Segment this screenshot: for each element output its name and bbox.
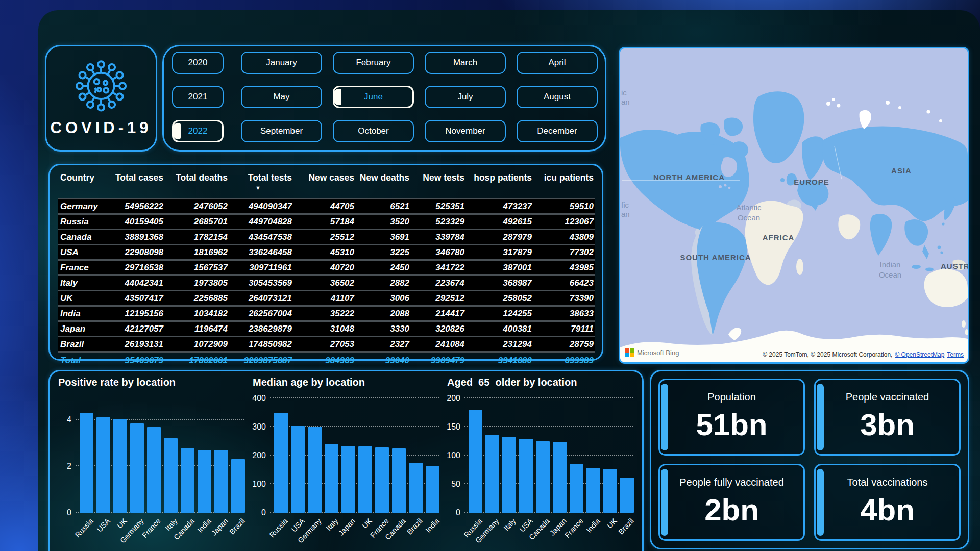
bar-russia[interactable] xyxy=(469,410,482,513)
column-header-new-deaths[interactable]: New deaths xyxy=(357,172,412,183)
bar-india[interactable] xyxy=(586,468,600,513)
bar-uk[interactable] xyxy=(603,469,617,513)
table-row-russia[interactable]: Russia4015940526857014497048285718435205… xyxy=(58,215,595,230)
month-button-september[interactable]: September xyxy=(241,120,322,142)
month-button-june[interactable]: June xyxy=(333,86,414,108)
bar-france[interactable] xyxy=(375,447,389,513)
x-tick-label: Brazil xyxy=(228,517,246,536)
year-button-2021[interactable]: 2021 xyxy=(172,86,224,108)
bar-france[interactable] xyxy=(570,464,583,513)
bar-canada[interactable] xyxy=(181,448,194,513)
bar-italy[interactable] xyxy=(502,437,516,513)
column-header-new-tests[interactable]: New tests xyxy=(412,172,468,183)
kpi-card-people-fully-vaccinated[interactable]: People fully vaccinated2bn xyxy=(658,464,805,541)
bar-italy[interactable] xyxy=(164,438,178,513)
bar-germany[interactable] xyxy=(485,435,499,513)
column-header-total-deaths[interactable]: Total deaths xyxy=(166,172,231,183)
map-indonesia xyxy=(925,268,934,271)
table-row-japan[interactable]: Japan42127057119647423862987931048333032… xyxy=(58,322,595,337)
column-header-total-tests[interactable]: Total tests▼ xyxy=(231,172,295,183)
bar-brazil[interactable] xyxy=(409,463,423,513)
bar-uk[interactable] xyxy=(358,446,372,513)
table-row-brazil[interactable]: Brazil2619313110729091748509822705323272… xyxy=(58,337,595,353)
gridline xyxy=(464,397,633,398)
bar-italy[interactable] xyxy=(325,444,338,513)
table-row-canada[interactable]: Canada3889136817821544345475382551236913… xyxy=(58,230,595,245)
terms-link[interactable]: Terms xyxy=(947,351,964,358)
chart-title: Median age by location xyxy=(249,374,443,393)
chart-x-labels: RussiaUSAGermanyItalyJapanUKFranceCanada… xyxy=(267,513,443,551)
month-button-february[interactable]: February xyxy=(333,52,414,74)
month-button-november[interactable]: November xyxy=(425,120,506,142)
table-total-cell: 3369479 xyxy=(412,353,468,368)
openstreetmap-link[interactable]: © OpenStreetMap xyxy=(895,351,944,358)
table-total-cell: 35469673 xyxy=(109,353,166,368)
month-button-march[interactable]: March xyxy=(425,52,506,74)
column-header-icu-patients[interactable]: icu patients xyxy=(535,172,597,183)
map-arctic-island xyxy=(886,101,890,105)
bar-usa[interactable] xyxy=(519,439,533,513)
map-panel[interactable]: NORTH AMERICA EUROPE ASIA AFRICA SOUTH A… xyxy=(619,47,969,364)
bar-canada[interactable] xyxy=(392,448,406,513)
kpi-card-people-vaccinated[interactable]: People vaccinated3bn xyxy=(814,379,961,456)
table-cell: 3691 xyxy=(357,230,412,244)
bar-japan[interactable] xyxy=(214,450,228,513)
column-header-hosp-patients[interactable]: hosp patients xyxy=(468,172,535,183)
table-cell: 6521 xyxy=(357,199,412,213)
table-row-usa[interactable]: USA2290809818169623362464584531032253467… xyxy=(58,245,595,261)
table-header-row: CountryTotal casesTotal deathsTotal test… xyxy=(58,170,595,198)
table-row-france[interactable]: France2971653815675373097119614072024503… xyxy=(58,261,595,276)
month-button-october[interactable]: October xyxy=(333,120,414,142)
bar-japan[interactable] xyxy=(553,442,567,513)
sort-descending-icon[interactable]: ▼ xyxy=(255,183,261,193)
chart-plot xyxy=(76,404,244,513)
x-tick-label: USA xyxy=(95,517,112,534)
table-cell: Italy xyxy=(58,276,109,290)
kpi-card-total-vaccinations[interactable]: Total vaccinations4bn xyxy=(814,464,961,541)
map-label-africa: AFRICA xyxy=(763,233,795,242)
table-cell: 45310 xyxy=(295,245,357,259)
bar-japan[interactable] xyxy=(341,446,355,513)
table-total-cell: 17862661 xyxy=(166,353,231,368)
x-tick-label: Brazil xyxy=(617,517,635,536)
column-header-total-cases[interactable]: Total cases xyxy=(109,172,166,183)
table-cell: 38633 xyxy=(535,307,597,320)
table-cell: 40720 xyxy=(295,261,357,274)
table-row-uk[interactable]: UK43507417225688526407312141107300629251… xyxy=(58,291,595,307)
table-row-italy[interactable]: Italy44042341197380530545356936502288222… xyxy=(58,276,595,291)
bar-brazil[interactable] xyxy=(620,478,634,513)
map-label-europe: EUROPE xyxy=(794,178,829,186)
table-cell: 336246458 xyxy=(231,245,295,259)
bar-russia[interactable] xyxy=(80,413,93,513)
bar-usa[interactable] xyxy=(96,417,110,513)
bar-uk[interactable] xyxy=(113,419,127,513)
bar-brazil[interactable] xyxy=(231,459,245,513)
table-total-row[interactable]: Total35469673178626613269875687384363330… xyxy=(58,353,595,368)
month-button-may[interactable]: May xyxy=(241,86,322,108)
bar-germany[interactable] xyxy=(308,427,322,513)
month-button-april[interactable]: April xyxy=(517,52,598,74)
table-row-india[interactable]: India12195156103418226256700435222208821… xyxy=(58,307,595,322)
month-button-july[interactable]: July xyxy=(425,86,506,108)
bar-usa[interactable] xyxy=(291,426,305,513)
bar-germany[interactable] xyxy=(130,423,144,513)
bar-india[interactable] xyxy=(426,466,439,513)
bar-france[interactable] xyxy=(147,427,161,513)
year-button-2022[interactable]: 2022 xyxy=(172,120,224,142)
y-tick-label: 300 xyxy=(252,422,266,432)
bar-india[interactable] xyxy=(198,450,211,513)
bar-canada[interactable] xyxy=(536,441,550,513)
kpi-card-population[interactable]: Population51bn xyxy=(658,379,805,456)
column-header-country[interactable]: Country xyxy=(58,172,109,183)
year-button-2020[interactable]: 2020 xyxy=(172,52,224,74)
month-button-december[interactable]: December xyxy=(517,120,598,142)
y-tick-label: 100 xyxy=(447,451,460,460)
bar-russia[interactable] xyxy=(274,413,288,513)
chart-2: Aged_65_older by location050100150200Rus… xyxy=(443,374,638,551)
table-row-germany[interactable]: Germany549562222476052494090347447056521… xyxy=(58,198,595,215)
month-button-august[interactable]: August xyxy=(517,86,598,108)
column-header-new-cases[interactable]: New cases xyxy=(295,172,357,183)
table-cell: 494090347 xyxy=(231,199,295,213)
month-button-january[interactable]: January xyxy=(241,52,322,74)
world-map[interactable]: NORTH AMERICA EUROPE ASIA AFRICA SOUTH A… xyxy=(620,48,968,362)
